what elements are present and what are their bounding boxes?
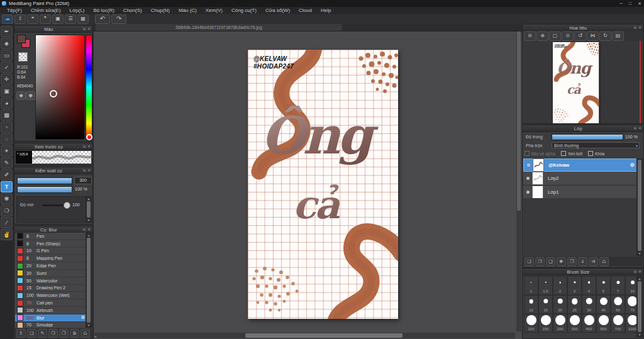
eyedropper-tool[interactable]: ❍: [1, 205, 13, 216]
close-icon[interactable]: ✕: [87, 27, 91, 31]
brush-size-option[interactable]: 400: [582, 314, 596, 333]
brush-list-item[interactable]: 300 Blur ⚙: [15, 314, 87, 322]
layer-visibility-icon[interactable]: [524, 164, 533, 167]
brush-list-item[interactable]: 8 Mapping Pen ⚙: [15, 255, 87, 262]
zoom-out-icon[interactable]: ⊖: [524, 31, 536, 41]
copy-brush-icon[interactable]: ⧉: [70, 329, 79, 338]
brush-tool[interactable]: ✒: [1, 26, 13, 37]
popout-icon[interactable]: ⧉: [634, 270, 636, 274]
menu-item[interactable]: Chọn(S): [119, 8, 147, 13]
comment-icon[interactable]: ❝: [27, 14, 38, 24]
navigator-thumbnail[interactable]: @KELVAW #HOIDAP247 Ông cả: [553, 42, 599, 123]
checkbox-icon[interactable]: [561, 151, 566, 156]
delete-brush-icon[interactable]: ♺: [80, 329, 90, 338]
hand-tool[interactable]: ✌: [1, 229, 13, 240]
scroll-down-icon[interactable]: ▼: [638, 333, 641, 336]
document-tab[interactable]: 56849b-16446d436711973678b3ad0c76.jpg: [96, 24, 342, 31]
grid-settings-icon[interactable]: ▦: [77, 14, 89, 24]
palette-swap-icon[interactable]: ✾: [26, 91, 35, 100]
menu-item[interactable]: Chụp(N): [147, 8, 174, 13]
menu-item[interactable]: Tệp(F): [3, 8, 26, 13]
list-icon[interactable]: ☰: [65, 14, 76, 24]
select-eraser-tool[interactable]: ✐: [1, 169, 13, 181]
layer-folder-icon[interactable]: ❒: [567, 257, 577, 266]
operation-tool[interactable]: ✾: [1, 193, 13, 204]
eraser-tool[interactable]: ◈: [1, 38, 13, 49]
cloud-icon[interactable]: ☁: [2, 14, 13, 24]
brush-size-option[interactable]: 150: [538, 314, 553, 333]
canvas-horizontal-scrollbar[interactable]: [94, 333, 515, 338]
layer-visibility-icon[interactable]: [523, 191, 532, 194]
brush-size-option[interactable]: 40: [596, 295, 611, 314]
layer-list-scrollbar[interactable]: ▼: [636, 158, 643, 256]
menu-item[interactable]: Màu (C): [174, 8, 201, 13]
layer-row[interactable]: @Kelvaw ⚙: [523, 158, 638, 172]
close-icon[interactable]: ✕: [87, 145, 91, 148]
popout-icon[interactable]: ⧉: [83, 27, 86, 31]
close-icon[interactable]: ✕: [638, 270, 641, 274]
menu-item[interactable]: Lớp(L): [65, 8, 89, 13]
close-icon[interactable]: ✕: [87, 228, 91, 231]
layer-row[interactable]: Lớp2 ⚙: [523, 172, 638, 186]
minimize-button[interactable]: ─: [619, 1, 623, 6]
brush-size-option[interactable]: 300: [567, 314, 582, 333]
menu-item[interactable]: Cửa sổ(W): [261, 8, 294, 13]
brush-list-item[interactable]: 15 Drawing Pen 2 ⚙: [15, 285, 87, 292]
brush-size-option[interactable]: 12: [524, 295, 538, 314]
duplicate-brush-icon[interactable]: ❐: [48, 329, 58, 338]
brush-size-option[interactable]: 1.5: [538, 276, 553, 295]
layer-blend-select[interactable]: Bình thường ▾: [552, 142, 640, 148]
close-icon[interactable]: ✕: [638, 126, 641, 130]
brush-list-item[interactable]: 100 Airbrush ⚙: [15, 307, 87, 314]
brush-list-item[interactable]: 20 Edge Pen ⚙: [15, 262, 87, 270]
brush-size-option[interactable]: 7: [611, 276, 625, 295]
brush-size-option[interactable]: 15: [538, 295, 553, 314]
scroll-down-icon[interactable]: ▼: [87, 323, 91, 327]
popout-icon[interactable]: ⧉: [83, 228, 86, 231]
zoom-fit-icon[interactable]: ▢: [549, 31, 561, 41]
brush-list-item[interactable]: 30 Sumi ⚙: [15, 270, 87, 277]
layer-row[interactable]: Lớp1 ⚙: [523, 186, 638, 199]
menu-item[interactable]: Bộ lọc(R): [89, 8, 119, 13]
navigator-view[interactable]: @KELVAW #HOIDAP247 Ông cả: [523, 41, 643, 123]
brush-list-scrollbar[interactable]: ▲ ▼: [86, 233, 92, 328]
popout-icon[interactable]: ⧉: [83, 169, 86, 172]
main-canvas[interactable]: @KELVAW #HOIDAP247 Ông cả: [248, 50, 398, 319]
brush-size-option[interactable]: 5: [596, 276, 611, 295]
brush-size-option[interactable]: 3: [567, 276, 582, 295]
canvas-vertical-scrollbar[interactable]: [516, 31, 521, 331]
menu-item[interactable]: Cloud: [294, 8, 316, 13]
brush-size-slider[interactable]: [17, 177, 72, 184]
brush-size-value[interactable]: 300: [74, 177, 92, 184]
brush-size-option[interactable]: 100: [524, 314, 538, 333]
delete-layer-icon[interactable]: ♺: [599, 257, 609, 266]
zoom-in-icon[interactable]: ⊕: [536, 31, 548, 41]
add-layer-menu-icon[interactable]: ✚: [557, 257, 566, 266]
gear-icon[interactable]: ⚙: [81, 315, 85, 320]
zoom-actual-icon[interactable]: ⊙: [562, 31, 574, 41]
brush-menu-icon[interactable]: ✎: [38, 329, 47, 338]
menu-item[interactable]: Chỉnh sửa(E): [26, 8, 65, 13]
brush-folder-icon[interactable]: ❒: [59, 329, 69, 338]
brush-size-scrollbar[interactable]: ▲ ▼: [636, 276, 643, 337]
clipping-layer-icon[interactable]: ❑: [546, 257, 555, 266]
brush-list-item[interactable]: 8 Pen (Sharp) ⚙: [15, 240, 87, 248]
rotate-ccw-icon[interactable]: ↺: [574, 31, 586, 41]
frame-tool[interactable]: ▭: [1, 50, 13, 61]
hue-slider[interactable]: [86, 35, 92, 140]
brush-size-option[interactable]: 2: [553, 276, 567, 295]
divide-tool[interactable]: ∕: [1, 217, 13, 228]
scroll-up-icon[interactable]: ▲: [638, 277, 641, 281]
scroll-down-icon[interactable]: ▼: [87, 218, 91, 222]
transparent-color-swatch[interactable]: [18, 52, 28, 62]
brush-list-item[interactable]: 8 Pen ⚙: [15, 233, 87, 240]
snapshot-icon[interactable]: ▤: [612, 31, 624, 41]
checkbox-icon[interactable]: [525, 151, 530, 156]
layer-checkbox[interactable]: Bảo vệ alpha: [525, 151, 555, 156]
brush-list-item[interactable]: 50 Watercolor ⚙: [15, 277, 87, 285]
new-brush-icon[interactable]: ❏: [27, 329, 36, 338]
gear-icon[interactable]: ⚙: [630, 162, 635, 168]
layer-checkbox[interactable]: Xén bớt: [561, 151, 582, 156]
brush-options-scrollbar[interactable]: ▲ ▼: [86, 196, 92, 223]
gradient-tool[interactable]: ▩: [1, 109, 13, 121]
